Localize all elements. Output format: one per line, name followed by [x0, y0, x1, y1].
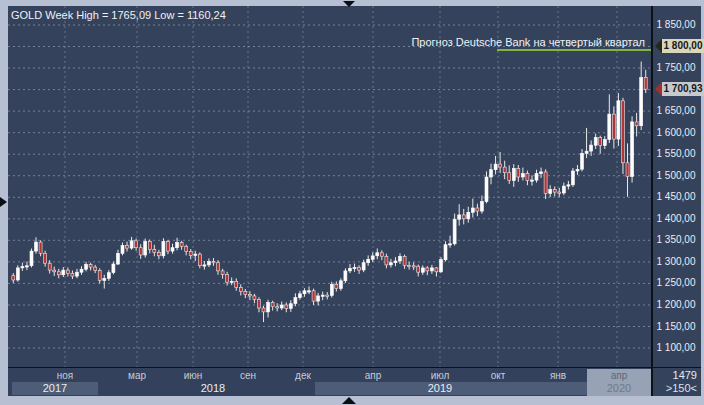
candle-down: [12, 276, 15, 280]
candle-up: [608, 114, 611, 139]
candle-down: [435, 268, 438, 272]
candle-up: [440, 260, 443, 272]
month-label: янв: [538, 370, 578, 382]
candle-up: [594, 137, 597, 145]
candle-down: [66, 270, 69, 273]
candle-up: [107, 273, 110, 279]
chart-title: GOLD Week High = 1765,09 Low = 1160,24: [11, 9, 226, 21]
candle-up: [362, 263, 365, 270]
candle-down: [644, 78, 647, 90]
candle-up: [421, 268, 424, 272]
candle-down: [276, 307, 279, 308]
candle-down: [385, 256, 388, 265]
year-label: 2017: [25, 382, 85, 395]
candle-down: [335, 284, 338, 288]
candle-up: [562, 186, 565, 193]
candle-up: [585, 151, 588, 153]
candle-down: [258, 299, 261, 308]
candlestick-chart[interactable]: [8, 6, 651, 367]
candle-down: [553, 190, 556, 193]
candle-up: [444, 245, 447, 260]
candle-down: [226, 274, 229, 282]
candle-up: [267, 302, 270, 312]
candle-up: [162, 242, 165, 256]
month-label: июн: [173, 370, 213, 382]
candle-down: [157, 252, 160, 255]
current-period-box: апр2020: [587, 369, 651, 396]
candle-up: [344, 271, 347, 281]
candle-up: [399, 256, 402, 261]
candle-down: [312, 291, 315, 301]
candle-up: [103, 278, 106, 280]
candle-down: [189, 252, 192, 256]
candle-up: [303, 291, 306, 294]
candle-up: [394, 261, 397, 263]
window-frame: { "header": { "title": "GOLD Week High =…: [0, 0, 704, 405]
candle-up: [171, 248, 174, 251]
candle-up: [130, 241, 133, 248]
candle-up: [85, 265, 88, 270]
price-axis[interactable]: 1 850,001 750,001 650,001 600,001 550,00…: [651, 6, 701, 396]
candle-up: [531, 180, 534, 181]
candle-up: [144, 242, 147, 255]
candle-down: [221, 271, 224, 274]
candle-up: [371, 256, 374, 259]
candle-down: [526, 174, 529, 181]
tag-arrow-icon: [655, 82, 662, 96]
forecast-price-tag-label: 1 800,00: [662, 39, 704, 53]
candle-up: [203, 265, 206, 266]
forecast-line: [497, 49, 651, 51]
candle-up: [298, 294, 301, 298]
candle-up: [458, 215, 461, 219]
candle-up: [389, 263, 392, 265]
candle-up: [567, 185, 570, 186]
candle-down: [180, 243, 183, 247]
price-label: 1 850,00: [653, 19, 699, 31]
price-label: 1 750,00: [653, 62, 699, 74]
candle-down: [517, 168, 520, 177]
month-label: апр: [353, 370, 393, 382]
candle-up: [490, 170, 493, 177]
month-label: ноя: [45, 370, 85, 382]
candle-down: [212, 262, 215, 263]
candle-up: [116, 253, 119, 264]
candle-down: [271, 302, 274, 306]
candle-down: [426, 268, 429, 271]
candle-up: [449, 244, 452, 245]
candle-up: [494, 164, 497, 170]
price-label: 1 350,00: [653, 234, 699, 246]
candle-up: [430, 268, 433, 271]
price-label: 1 200,00: [653, 299, 699, 311]
current-year-label: 2020: [587, 382, 651, 395]
candle-up: [230, 281, 233, 282]
last-price-tag-label: 1 700,93: [662, 82, 704, 96]
candle-down: [285, 305, 288, 308]
month-label: окт: [478, 370, 518, 382]
forecast-annotation: Прогноз Deutsche Bank на четвертый кварт…: [411, 36, 645, 48]
candle-up: [76, 272, 79, 276]
price-label: 1 650,00: [653, 105, 699, 117]
candle-up: [603, 140, 606, 146]
time-axis[interactable]: ноямариюнсендекаприюлоктянв201720182019а…: [8, 367, 651, 396]
candle-up: [453, 219, 456, 244]
candle-down: [71, 274, 74, 277]
candle-down: [476, 208, 479, 211]
candle-down: [239, 287, 242, 291]
visible-range: >150<: [666, 382, 697, 394]
price-label: 1 450,00: [653, 191, 699, 203]
candle-up: [571, 171, 574, 185]
candle-down: [48, 263, 51, 270]
candle-up: [512, 168, 515, 180]
candle-down: [380, 253, 383, 256]
candle-down: [185, 246, 188, 251]
candle-up: [62, 270, 65, 275]
candle-down: [94, 267, 97, 270]
candle-down: [89, 265, 92, 268]
candle-up: [25, 266, 28, 267]
candle-down: [544, 172, 547, 194]
candle-down: [626, 163, 629, 177]
candle-up: [317, 296, 320, 301]
month-label: дек: [283, 370, 323, 382]
candle-up: [521, 174, 524, 177]
candle-up: [194, 254, 197, 255]
